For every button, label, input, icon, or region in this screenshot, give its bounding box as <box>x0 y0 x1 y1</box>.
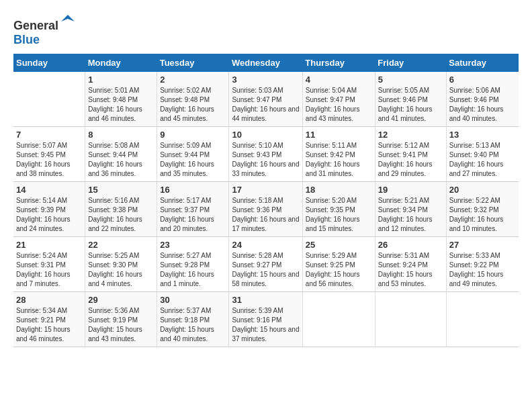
day-info: Sunrise: 5:08 AM Sunset: 9:44 PM Dayligh… <box>88 141 154 179</box>
calendar-cell: 3 Sunrise: 5:03 AM Sunset: 9:47 PM Dayli… <box>229 72 302 127</box>
sunset-text: Sunset: 9:21 PM <box>16 316 66 324</box>
day-info: Sunrise: 5:22 AM Sunset: 9:32 PM Dayligh… <box>449 196 516 234</box>
daylight-text: Daylight: 16 hours and 41 minutes. <box>378 105 433 122</box>
calendar-cell: 29 Sunrise: 5:36 AM Sunset: 9:19 PM Dayl… <box>85 292 157 347</box>
calendar-cell: 26 Sunrise: 5:31 AM Sunset: 9:24 PM Dayl… <box>375 237 446 292</box>
day-info: Sunrise: 5:31 AM Sunset: 9:24 PM Dayligh… <box>378 251 443 289</box>
calendar-cell: 1 Sunrise: 5:01 AM Sunset: 9:48 PM Dayli… <box>85 72 157 127</box>
day-number: 13 <box>449 130 516 140</box>
daylight-text: Daylight: 16 hours and 36 minutes. <box>88 161 142 177</box>
logo-icon <box>60 13 76 30</box>
sunset-text: Sunset: 9:44 PM <box>88 151 138 158</box>
day-info: Sunrise: 5:09 AM Sunset: 9:44 PM Dayligh… <box>160 141 226 179</box>
day-number: 25 <box>306 240 372 250</box>
sunrise-text: Sunrise: 5:37 AM <box>160 307 211 314</box>
sunrise-text: Sunrise: 5:33 AM <box>449 252 500 259</box>
column-header-tuesday: Tuesday <box>157 54 229 72</box>
calendar-header-row: SundayMondayTuesdayWednesdayThursdayFrid… <box>13 54 519 72</box>
day-number: 9 <box>160 130 226 140</box>
day-number: 8 <box>88 130 154 140</box>
calendar-week-row: 21 Sunrise: 5:24 AM Sunset: 9:31 PM Dayl… <box>13 237 519 292</box>
calendar-cell: 2 Sunrise: 5:02 AM Sunset: 9:48 PM Dayli… <box>157 72 229 127</box>
day-number: 12 <box>378 130 443 140</box>
day-info: Sunrise: 5:12 AM Sunset: 9:41 PM Dayligh… <box>378 141 443 179</box>
day-number: 20 <box>449 185 516 195</box>
daylight-text: Daylight: 16 hours and 38 minutes. <box>16 161 71 177</box>
daylight-text: Daylight: 15 hours and 43 minutes. <box>88 326 142 342</box>
calendar-table: SundayMondayTuesdayWednesdayThursdayFrid… <box>13 54 519 347</box>
day-number: 4 <box>306 75 372 85</box>
sunrise-text: Sunrise: 5:09 AM <box>160 142 211 149</box>
sunrise-text: Sunrise: 5:10 AM <box>232 142 283 149</box>
day-info: Sunrise: 5:02 AM Sunset: 9:48 PM Dayligh… <box>160 86 226 124</box>
daylight-text: Daylight: 16 hours and 22 minutes. <box>88 216 142 232</box>
day-info: Sunrise: 5:01 AM Sunset: 9:48 PM Dayligh… <box>88 86 154 124</box>
daylight-text: Daylight: 16 hours and 43 minutes. <box>306 105 360 122</box>
sunset-text: Sunset: 9:31 PM <box>16 261 66 269</box>
sunrise-text: Sunrise: 5:31 AM <box>378 252 429 259</box>
day-info: Sunrise: 5:11 AM Sunset: 9:42 PM Dayligh… <box>306 141 372 179</box>
sunrise-text: Sunrise: 5:36 AM <box>88 307 139 314</box>
sunset-text: Sunset: 9:28 PM <box>160 261 210 269</box>
sunset-text: Sunset: 9:22 PM <box>449 261 499 269</box>
daylight-text: Daylight: 16 hours and 44 minutes. <box>232 105 299 122</box>
daylight-text: Daylight: 16 hours and 20 minutes. <box>160 216 214 232</box>
daylight-text: Daylight: 16 hours and 17 minutes. <box>232 216 299 232</box>
calendar-cell: 4 Sunrise: 5:04 AM Sunset: 9:47 PM Dayli… <box>302 72 375 127</box>
day-number: 18 <box>306 185 372 195</box>
sunrise-text: Sunrise: 5:18 AM <box>232 197 283 204</box>
sunrise-text: Sunrise: 5:29 AM <box>306 252 357 259</box>
logo: General Blue <box>13 13 76 47</box>
column-header-thursday: Thursday <box>302 54 375 72</box>
day-number: 19 <box>378 185 443 195</box>
sunset-text: Sunset: 9:19 PM <box>88 316 138 324</box>
daylight-text: Daylight: 16 hours and 27 minutes. <box>449 161 504 177</box>
day-number: 22 <box>88 240 154 250</box>
day-number: 10 <box>232 130 299 140</box>
calendar-cell <box>13 72 85 127</box>
sunrise-text: Sunrise: 5:39 AM <box>232 307 283 314</box>
day-number: 14 <box>16 185 82 195</box>
calendar-cell: 28 Sunrise: 5:34 AM Sunset: 9:21 PM Dayl… <box>13 292 85 347</box>
calendar-cell: 8 Sunrise: 5:08 AM Sunset: 9:44 PM Dayli… <box>85 127 157 182</box>
calendar-cell: 13 Sunrise: 5:13 AM Sunset: 9:40 PM Dayl… <box>446 127 519 182</box>
daylight-text: Daylight: 16 hours and 29 minutes. <box>378 161 433 177</box>
calendar-cell: 5 Sunrise: 5:05 AM Sunset: 9:46 PM Dayli… <box>375 72 446 127</box>
sunset-text: Sunset: 9:48 PM <box>88 96 138 103</box>
calendar-cell: 24 Sunrise: 5:28 AM Sunset: 9:27 PM Dayl… <box>229 237 302 292</box>
day-info: Sunrise: 5:21 AM Sunset: 9:34 PM Dayligh… <box>378 196 443 234</box>
sunset-text: Sunset: 9:27 PM <box>232 261 281 269</box>
sunset-text: Sunset: 9:34 PM <box>378 206 428 214</box>
day-number: 27 <box>449 240 516 250</box>
calendar-cell: 7 Sunrise: 5:07 AM Sunset: 9:45 PM Dayli… <box>13 127 85 182</box>
sunrise-text: Sunrise: 5:13 AM <box>449 142 500 149</box>
calendar-cell <box>446 292 519 347</box>
daylight-text: Daylight: 16 hours and 7 minutes. <box>16 271 71 287</box>
sunset-text: Sunset: 9:46 PM <box>449 96 499 103</box>
sunset-text: Sunset: 9:36 PM <box>232 206 281 214</box>
sunset-text: Sunset: 9:24 PM <box>378 261 428 269</box>
day-number: 7 <box>16 130 82 140</box>
day-number: 16 <box>160 185 226 195</box>
day-info: Sunrise: 5:24 AM Sunset: 9:31 PM Dayligh… <box>16 251 82 289</box>
day-info: Sunrise: 5:29 AM Sunset: 9:25 PM Dayligh… <box>306 251 372 289</box>
daylight-text: Daylight: 16 hours and 12 minutes. <box>378 216 433 232</box>
calendar-cell: 10 Sunrise: 5:10 AM Sunset: 9:43 PM Dayl… <box>229 127 302 182</box>
sunrise-text: Sunrise: 5:05 AM <box>378 87 429 94</box>
sunrise-text: Sunrise: 5:04 AM <box>306 87 357 94</box>
logo-general: General <box>13 19 58 32</box>
daylight-text: Daylight: 16 hours and 31 minutes. <box>306 161 360 177</box>
day-number: 21 <box>16 240 82 250</box>
day-info: Sunrise: 5:36 AM Sunset: 9:19 PM Dayligh… <box>88 306 154 344</box>
calendar-week-row: 28 Sunrise: 5:34 AM Sunset: 9:21 PM Dayl… <box>13 292 519 347</box>
sunrise-text: Sunrise: 5:25 AM <box>88 252 139 259</box>
sunset-text: Sunset: 9:45 PM <box>16 151 66 158</box>
day-info: Sunrise: 5:13 AM Sunset: 9:40 PM Dayligh… <box>449 141 516 179</box>
day-info: Sunrise: 5:25 AM Sunset: 9:30 PM Dayligh… <box>88 251 154 289</box>
day-info: Sunrise: 5:10 AM Sunset: 9:43 PM Dayligh… <box>232 141 299 179</box>
svg-marker-0 <box>61 15 75 21</box>
daylight-text: Daylight: 16 hours and 33 minutes. <box>232 161 299 177</box>
calendar-cell: 30 Sunrise: 5:37 AM Sunset: 9:18 PM Dayl… <box>157 292 229 347</box>
sunrise-text: Sunrise: 5:20 AM <box>306 197 357 204</box>
sunset-text: Sunset: 9:42 PM <box>306 151 355 158</box>
